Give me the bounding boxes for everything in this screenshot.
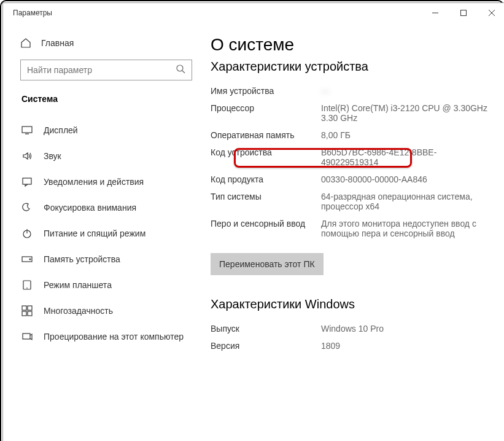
focus-icon <box>21 202 33 213</box>
spec-label: Оперативная память <box>211 130 321 140</box>
sidebar-item-label: Проецирование на этот компьютер <box>44 332 184 341</box>
maximize-button[interactable] <box>449 3 478 23</box>
sound-icon <box>21 150 33 162</box>
home-icon <box>20 37 31 49</box>
svg-point-12 <box>29 259 31 260</box>
sidebar-item-label: Режим планшета <box>44 280 112 290</box>
home-link[interactable]: Главная <box>20 37 192 49</box>
sidebar-item-label: Дисплей <box>44 125 78 135</box>
spec-ram: Оперативная память 8,00 ГБ <box>211 127 487 144</box>
main-content: О системе Характеристики устройства Имя … <box>204 23 504 441</box>
spec-device-id: Код устройства B605D7BC-6986-4E12-8BBE-4… <box>211 144 487 171</box>
svg-rect-19 <box>23 334 30 339</box>
settings-window: Параметры Главная <box>2 2 504 441</box>
svg-rect-8 <box>23 178 31 184</box>
spec-value: Intel(R) Core(TM) i3-2120 CPU @ 3.30GHz … <box>321 103 487 123</box>
rename-pc-button[interactable]: Переименовать этот ПК <box>211 253 324 275</box>
sidebar-item-multitask[interactable]: Многозадачность <box>20 298 192 324</box>
device-specs-heading: Характеристики устройства <box>211 60 487 74</box>
home-label: Главная <box>41 38 74 48</box>
svg-line-5 <box>182 71 185 73</box>
spec-value: Windows 10 Pro <box>321 324 487 334</box>
minimize-button[interactable] <box>421 3 449 23</box>
spec-label: Версия <box>211 341 321 351</box>
sidebar-item-label: Звук <box>44 151 61 161</box>
windows-specs-heading: Характеристики Windows <box>211 297 487 311</box>
spec-label: Процессор <box>211 103 321 123</box>
spec-label: Выпуск <box>211 324 321 334</box>
sidebar-item-label: Фокусировка внимания <box>44 203 136 213</box>
sidebar-item-tablet[interactable]: Режим планшета <box>20 272 192 298</box>
spec-value: 00330-80000-00000-AA846 <box>321 174 487 184</box>
sidebar-item-storage[interactable]: Память устройства <box>20 246 192 272</box>
spec-pen-touch: Перо и сенсорный ввод Для этого монитора… <box>211 215 487 242</box>
sidebar-item-sound[interactable]: Звук <box>20 143 192 169</box>
spec-label: Тип системы <box>211 192 321 211</box>
titlebar: Параметры <box>3 3 504 23</box>
notifications-icon <box>21 176 33 187</box>
sidebar-item-label: Уведомления и действия <box>44 177 144 187</box>
spec-value: B605D7BC-6986-4E12-8BBE-490229519314 <box>321 147 487 167</box>
multitask-icon <box>21 305 33 316</box>
sidebar-item-label: Питание и спящий режим <box>44 228 145 238</box>
spec-label: Код устройства <box>211 147 321 167</box>
spec-system-type: Тип системы 64-разрядная операционная си… <box>211 188 487 215</box>
spec-value: 8,00 ГБ <box>321 130 487 140</box>
spec-label: Перо и сенсорный ввод <box>211 219 321 238</box>
sidebar-item-label: Многозадачность <box>44 306 113 316</box>
search-box[interactable] <box>20 60 192 80</box>
svg-rect-15 <box>22 306 26 310</box>
sidebar-item-label: Память устройства <box>44 254 120 264</box>
svg-point-4 <box>177 65 183 71</box>
svg-rect-6 <box>22 127 32 133</box>
sidebar-item-display[interactable]: Дисплей <box>20 117 192 143</box>
page-title: О системе <box>211 35 487 55</box>
svg-rect-1 <box>461 10 467 16</box>
tablet-icon <box>21 279 33 291</box>
power-icon <box>21 228 33 239</box>
window-controls <box>421 3 504 23</box>
spec-product-id: Код продукта 00330-80000-00000-AA846 <box>211 171 487 188</box>
spec-label: Имя устройства <box>211 86 321 96</box>
svg-rect-16 <box>28 306 32 310</box>
close-button[interactable] <box>478 3 504 23</box>
svg-rect-18 <box>28 311 32 316</box>
spec-value: — <box>321 86 487 96</box>
window-title: Параметры <box>13 9 52 17</box>
spec-value: 1809 <box>321 341 487 351</box>
search-input[interactable] <box>27 65 176 75</box>
category-title: Система <box>20 94 192 104</box>
spec-label: Код продукта <box>211 174 321 184</box>
spec-device-name: Имя устройства — <box>211 82 487 100</box>
svg-rect-17 <box>22 311 26 316</box>
sidebar-item-notifications[interactable]: Уведомления и действия <box>20 169 192 195</box>
spec-edition: Выпуск Windows 10 Pro <box>211 320 487 337</box>
storage-icon <box>21 254 33 265</box>
sidebar-item-power[interactable]: Питание и спящий режим <box>20 221 192 246</box>
sidebar-item-project[interactable]: Проецирование на этот компьютер <box>20 324 192 349</box>
search-icon <box>176 64 185 76</box>
spec-value: 64-разрядная операционная система, проце… <box>321 192 487 211</box>
spec-version: Версия 1809 <box>211 337 487 354</box>
sidebar-item-focus[interactable]: Фокусировка внимания <box>20 195 192 221</box>
spec-value: Для этого монитора недоступен ввод с пом… <box>321 219 487 238</box>
spec-cpu: Процессор Intel(R) Core(TM) i3-2120 CPU … <box>211 100 487 127</box>
sidebar: Главная Система Дисплей Звук Уведомления… <box>3 23 204 441</box>
project-icon <box>21 331 33 342</box>
display-icon <box>21 125 33 136</box>
